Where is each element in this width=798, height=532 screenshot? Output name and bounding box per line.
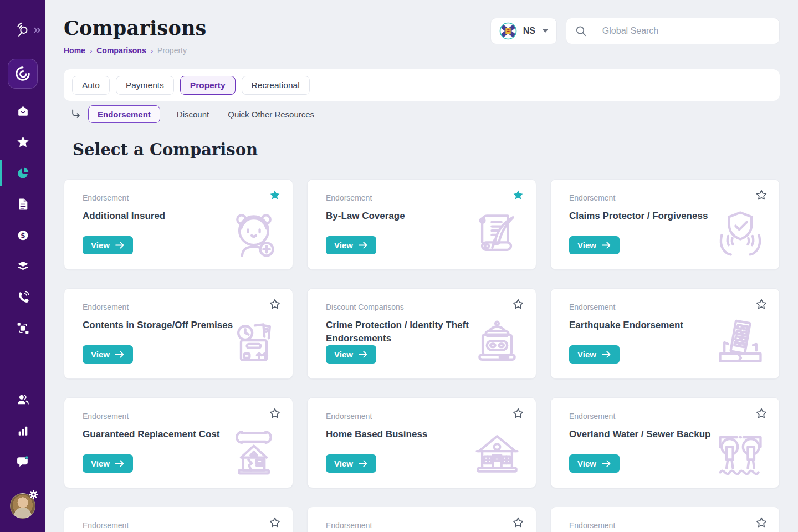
tab-auto[interactable]: Auto xyxy=(72,76,110,95)
nova-scotia-flag-icon xyxy=(499,22,517,40)
sidebar-bottom xyxy=(0,377,45,532)
card-category: Endorsement xyxy=(326,193,536,202)
favorite-star-icon[interactable] xyxy=(512,516,524,529)
sidebar-item-home[interactable] xyxy=(0,95,45,126)
subtab-endorsement[interactable]: Endorsement xyxy=(88,105,160,123)
sidebar-nav: $ xyxy=(0,95,45,344)
card-title: Crime Protection / Identity Theft Endors… xyxy=(326,319,484,345)
favorite-star-icon-outline[interactable] xyxy=(755,298,768,310)
home-icon xyxy=(16,104,30,118)
chat-icon xyxy=(16,455,30,469)
comparison-card: Endorsement By-Law Coverage View xyxy=(307,179,536,270)
subtab-discount[interactable]: Discount xyxy=(177,110,209,119)
sidebar-item-documents[interactable] xyxy=(0,188,45,219)
sidebar-item-billing[interactable]: $ xyxy=(0,219,45,250)
integrations-icon xyxy=(16,321,30,335)
favorite-star-icon-filled[interactable] xyxy=(269,189,281,201)
favorite-star-icon-outline[interactable] xyxy=(269,298,281,310)
breadcrumb-separator: › xyxy=(151,47,153,55)
reports-icon xyxy=(16,424,30,438)
favorite-star-icon-filled[interactable] xyxy=(512,189,524,201)
sewer-pipes-illustration xyxy=(714,423,767,481)
training-icon xyxy=(16,259,30,273)
comparisons-icon xyxy=(16,166,30,180)
view-button-label: View xyxy=(91,350,110,359)
sidebar-item-training[interactable] xyxy=(0,250,45,282)
arrow-right-icon xyxy=(602,242,611,249)
clients-icon xyxy=(16,393,30,407)
favorites-icon xyxy=(16,135,30,149)
tab-recreational[interactable]: Recreational xyxy=(242,76,310,95)
tab-property[interactable]: Property xyxy=(180,76,236,95)
view-button[interactable]: View xyxy=(326,236,376,254)
earthquake-building-illustration xyxy=(714,314,767,372)
card-category: Discount Comparisons xyxy=(326,303,536,311)
calls-icon xyxy=(16,290,30,304)
card-title: Claims Protector / Forgiveness xyxy=(569,209,727,223)
arrow-right-icon xyxy=(115,242,125,249)
card-title: Additional Insured xyxy=(83,209,241,223)
favorite-star-icon-outline[interactable] xyxy=(512,298,524,310)
favorite-star-icon[interactable] xyxy=(269,516,281,529)
search-divider xyxy=(595,24,595,38)
view-button-label: View xyxy=(334,459,353,468)
view-button[interactable]: View xyxy=(326,454,376,473)
card-category: Endorsement xyxy=(83,412,293,421)
sidebar-item-chat[interactable] xyxy=(0,446,45,477)
sidebar-item-calls[interactable] xyxy=(0,282,45,313)
favorite-star-icon-outline[interactable] xyxy=(512,407,524,420)
favorite-star-icon[interactable] xyxy=(755,516,768,529)
view-button-label: View xyxy=(91,459,110,468)
branch-arrow-icon xyxy=(70,109,81,120)
view-button-label: View xyxy=(334,350,353,359)
user-avatar[interactable] xyxy=(10,493,35,519)
search-icon xyxy=(575,25,587,38)
comparison-card: Endorsement xyxy=(550,507,780,532)
sidebar-item-favorites[interactable] xyxy=(0,126,45,157)
arrow-right-icon xyxy=(602,351,611,358)
documents-icon xyxy=(16,197,30,211)
favorite-star-icon-outline[interactable] xyxy=(269,407,281,420)
view-button[interactable]: View xyxy=(569,345,620,364)
card-title: Guaranteed Replacement Cost xyxy=(83,428,241,441)
app-logo[interactable] xyxy=(8,59,38,89)
view-button[interactable]: View xyxy=(83,236,133,254)
breadcrumb-home[interactable]: Home xyxy=(64,46,85,55)
view-button-label: View xyxy=(577,241,596,250)
settings-gear-icon[interactable] xyxy=(29,490,38,499)
double-chevron-right-icon[interactable] xyxy=(33,26,42,34)
arrow-right-icon xyxy=(359,242,368,249)
sidebar-item-integrations[interactable] xyxy=(0,313,45,344)
breadcrumb-comparisons[interactable]: Comparisons xyxy=(96,46,146,55)
person-plus-illustration xyxy=(227,205,280,263)
region-selector[interactable]: NS xyxy=(490,18,557,44)
comparison-grid: Endorsement Additional Insured View Endo… xyxy=(64,179,780,532)
view-button-label: View xyxy=(577,459,596,468)
tab-payments[interactable]: Payments xyxy=(116,76,174,95)
house-storefront-illustration xyxy=(470,423,524,481)
sidebar-search-button[interactable] xyxy=(0,21,45,40)
card-category: Endorsement xyxy=(569,193,779,202)
global-search-input[interactable] xyxy=(602,26,771,36)
comparison-card: Discount Comparisons Crime Protection / … xyxy=(307,288,536,379)
arrow-right-icon xyxy=(359,460,368,467)
view-button[interactable]: View xyxy=(83,454,133,473)
sidebar-item-comparisons[interactable] xyxy=(0,157,45,188)
view-button[interactable]: View xyxy=(569,236,620,254)
sidebar-item-reports[interactable] xyxy=(0,415,45,446)
view-button[interactable]: View xyxy=(83,345,133,364)
comparison-card: Endorsement Claims Protector / Forgivene… xyxy=(550,179,780,270)
breadcrumb-property: Property xyxy=(157,46,187,55)
arrow-right-icon xyxy=(115,460,125,467)
view-button[interactable]: View xyxy=(326,345,376,364)
favorite-star-icon-outline[interactable] xyxy=(755,189,768,201)
sidebar-item-clients[interactable] xyxy=(0,384,45,415)
card-category: Endorsement xyxy=(326,521,536,530)
storage-box-illustration xyxy=(227,314,280,372)
comparison-card: Endorsement Guaranteed Replacement Cost … xyxy=(64,397,293,488)
sidebar: $ xyxy=(0,0,45,532)
view-button[interactable]: View xyxy=(569,454,620,473)
subtab-quick-other-resources[interactable]: Quick Other Resources xyxy=(228,110,314,119)
category-tabs: AutoPaymentsPropertyRecreational xyxy=(64,69,780,101)
favorite-star-icon-outline[interactable] xyxy=(755,407,768,420)
